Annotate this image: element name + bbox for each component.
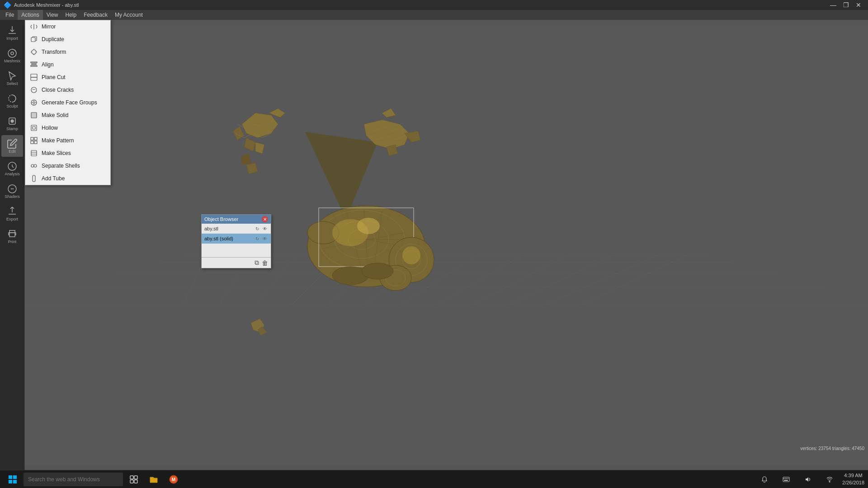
tool-shaders[interactable]: Shaders: [1, 180, 23, 202]
notification-bell-icon: [761, 476, 768, 483]
ob-empty-area: [202, 244, 271, 257]
svg-rect-22: [31, 141, 33, 144]
close-cracks-icon: [30, 86, 38, 94]
ob-eye-icon-1[interactable]: 👁: [262, 225, 268, 232]
plane-cut-icon: [30, 73, 38, 81]
menu-duplicate[interactable]: Duplicate: [25, 33, 110, 46]
windows-taskbar: M: [0, 470, 868, 488]
taskview-button[interactable]: [125, 470, 143, 488]
keyboard-icon: [783, 477, 790, 482]
generate-face-label: Generate Face Groups: [42, 99, 97, 106]
tool-edit-label: Edit: [9, 150, 16, 154]
volume-speaker-icon: [805, 476, 811, 483]
menu-make-slices[interactable]: Make Slices: [25, 147, 110, 160]
tool-analysis-label: Analysis: [5, 172, 20, 177]
ob-duplicate-btn[interactable]: ⧉: [255, 259, 259, 267]
object-browser-titlebar[interactable]: Object Browser ✕: [202, 215, 271, 224]
tool-edit[interactable]: Edit: [1, 135, 23, 157]
ob-item-abystl[interactable]: aby.stl ↻ 👁: [202, 224, 271, 234]
ob-item-abystl-solid[interactable]: aby.stl (solid) ↻ 👁: [202, 234, 271, 244]
svg-point-80: [357, 218, 380, 234]
menu-myaccount[interactable]: My Account: [111, 10, 146, 20]
sidebar: Import Meshmix Select Sculpt: [0, 20, 25, 470]
tool-export[interactable]: Export: [1, 203, 23, 225]
tool-select[interactable]: Select: [1, 67, 23, 89]
svg-point-4: [11, 120, 14, 122]
tool-select-label: Select: [6, 82, 18, 86]
menu-separate-shells[interactable]: Separate Shells: [25, 160, 110, 172]
ob-item-name-1: aby.stl: [204, 226, 254, 231]
tool-analysis[interactable]: Analysis: [1, 158, 23, 179]
tool-export-label: Export: [6, 217, 18, 222]
start-button[interactable]: [4, 470, 22, 488]
tool-import-label: Import: [6, 37, 18, 41]
restore-button[interactable]: ❐: [840, 0, 852, 10]
make-solid-icon: [30, 111, 38, 119]
app-taskbar-button[interactable]: M: [165, 470, 183, 488]
notification-icon[interactable]: [755, 470, 774, 488]
minimize-button[interactable]: —: [827, 0, 839, 10]
ob-refresh-icon-2[interactable]: ↻: [254, 235, 260, 242]
svg-rect-87: [134, 476, 137, 479]
ob-eye-icon-2[interactable]: 👁: [262, 235, 268, 242]
ob-refresh-icon-1[interactable]: ↻: [254, 225, 260, 232]
svg-text:M: M: [172, 477, 175, 482]
ob-item-icons-2: ↻ 👁: [254, 235, 268, 242]
menu-align[interactable]: Align: [25, 58, 110, 71]
network-icon[interactable]: [821, 470, 839, 488]
svg-rect-89: [134, 480, 137, 483]
svg-rect-88: [130, 480, 133, 483]
volume-icon[interactable]: [799, 470, 817, 488]
actions-dropdown: Mirror Duplicate Transform: [25, 20, 111, 185]
menu-transform[interactable]: Transform: [25, 46, 110, 58]
taskbar-date: 2/26/2018: [842, 479, 864, 486]
tool-meshmix[interactable]: Meshmix: [1, 45, 23, 66]
tool-import[interactable]: Import: [1, 22, 23, 44]
svg-point-16: [33, 102, 35, 103]
svg-rect-24: [31, 150, 37, 156]
tool-stamp[interactable]: Stamp: [1, 113, 23, 134]
menu-help[interactable]: Help: [62, 10, 80, 20]
plane-cut-label: Plane Cut: [42, 74, 66, 80]
keyboard-icon[interactable]: [777, 470, 795, 488]
close-cracks-label: Close Cracks: [42, 87, 74, 93]
app-icon: 🔷: [4, 1, 11, 9]
object-browser-close[interactable]: ✕: [262, 216, 268, 222]
ob-delete-btn[interactable]: 🗑: [262, 259, 268, 267]
viewport[interactable]: Object Browser ✕ aby.stl ↻ 👁 aby.stl (so…: [25, 20, 868, 470]
svg-rect-28: [25, 25, 868, 465]
taskbar-time: 4:39 AM: [842, 472, 864, 479]
svg-rect-82: [9, 475, 12, 479]
titlebar: 🔷 Autodesk Meshmixer - aby.stl — ❐ ✕: [0, 0, 868, 10]
folder-icon: [149, 475, 158, 483]
menu-make-solid[interactable]: Make Solid: [25, 109, 110, 122]
menu-actions[interactable]: Actions: [18, 10, 42, 20]
tool-print[interactable]: Print: [1, 225, 23, 247]
svg-point-14: [31, 87, 37, 93]
make-solid-label: Make Solid: [42, 112, 68, 118]
svg-rect-27: [33, 175, 35, 182]
search-input[interactable]: [24, 473, 123, 486]
menu-file[interactable]: File: [2, 10, 18, 20]
close-button[interactable]: ✕: [853, 0, 864, 10]
menu-mirror[interactable]: Mirror: [25, 20, 110, 33]
file-explorer-button[interactable]: [145, 470, 163, 488]
make-slices-icon: [30, 149, 38, 157]
menu-view[interactable]: View: [43, 10, 62, 20]
menu-feedback[interactable]: Feedback: [80, 10, 111, 20]
tool-sculpt-label: Sculpt: [6, 104, 18, 109]
svg-rect-85: [13, 480, 17, 483]
add-tube-label: Add Tube: [42, 175, 65, 182]
menu-make-pattern[interactable]: Make Pattern: [25, 134, 110, 147]
menu-generate-face[interactable]: Generate Face Groups: [25, 96, 110, 109]
svg-point-26: [34, 164, 37, 167]
align-label: Align: [42, 61, 54, 68]
menu-plane-cut[interactable]: Plane Cut: [25, 71, 110, 84]
menu-add-tube[interactable]: Add Tube: [25, 172, 110, 185]
object-browser-footer: ⧉ 🗑: [202, 257, 271, 268]
menu-close-cracks[interactable]: Close Cracks: [25, 84, 110, 96]
taskbar-time-date: 4:39 AM 2/26/2018: [842, 472, 864, 486]
menu-hollow[interactable]: Hollow: [25, 122, 110, 134]
tool-sculpt[interactable]: Sculpt: [1, 90, 23, 112]
svg-rect-92: [783, 477, 789, 482]
